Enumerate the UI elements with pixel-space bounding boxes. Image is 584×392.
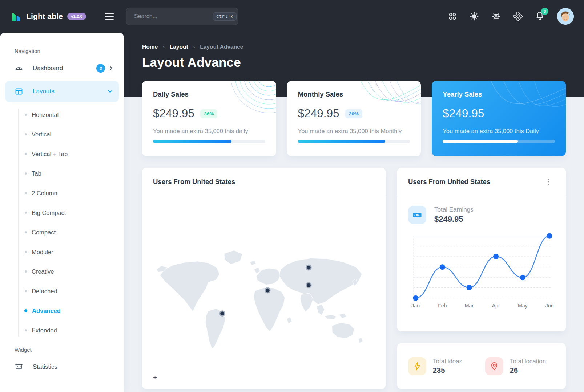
brand[interactable]: Light able v1.2.0 [10,11,101,22]
lightning-icon-box [408,357,426,375]
bullet-dot [25,172,27,175]
notification-count-badge: 3 [541,8,548,15]
map-card-title: Users From United States [153,178,235,186]
svg-text:May: May [518,303,528,309]
map-marker-russia[interactable] [306,265,312,271]
page-title: Layout Advance [142,55,566,70]
map-marker-brazil[interactable] [219,310,225,317]
sidebar-subitem-creative[interactable]: Creative [0,262,124,281]
bullet-dot [25,231,27,233]
earnings-label: Total Earnings [434,206,474,213]
sidebar-subitem-label: Tab [32,170,41,177]
map-zoom-in-button[interactable]: + [153,374,157,381]
search-bar[interactable]: ctrl+k [126,8,238,25]
breadcrumb-layout[interactable]: Layout [170,44,188,50]
hamburger-menu-icon[interactable] [101,8,118,25]
svg-text:Apr: Apr [492,303,500,309]
breadcrumb-separator: › [193,44,195,50]
sidebar-item-label: Statistics [33,363,114,371]
progress-track [298,140,410,143]
sidebar-subitem-tab[interactable]: Tab [0,164,124,183]
bullet-dot [25,251,27,253]
breadcrumb-current: Layout Advance [200,44,243,50]
map-pin-icon-box [485,357,503,375]
breadcrumb-separator: › [163,44,165,50]
card-title: Yearly Sales [443,90,555,98]
theme-sun-icon[interactable] [470,12,479,21]
bullet-dot [24,309,27,312]
integrations-diamonds-icon[interactable] [513,12,523,21]
brand-name: Light able [26,12,63,21]
app-header: Light able v1.2.0 ctrl+k [0,0,584,33]
bullet-dot [25,192,27,194]
percent-badge: 20% [345,109,362,118]
settings-gear-icon[interactable] [491,12,501,21]
stat-label: Total location [510,358,546,365]
version-badge: v1.2.0 [67,13,86,20]
total-ideas-stat: Total ideas 235 [408,357,478,375]
apps-grid-icon[interactable] [448,12,457,21]
sidebar-subitem-compact[interactable]: Compact [0,222,124,242]
kebab-menu-icon[interactable]: ⋮ [543,179,555,185]
sidebar-item-label: Dashboard [33,65,96,72]
search-input[interactable] [134,13,209,20]
notifications-bell[interactable]: 3 [535,11,545,22]
bullet-dot [25,329,27,331]
sidebar: Navigation Dashboard 2 Layouts Horizonta… [0,33,124,392]
sidebar-subitem-vertical[interactable]: Vertical [0,124,124,144]
chevron-right-icon [109,66,114,71]
statistics-board-icon [15,363,23,371]
keyboard-shortcut-hint: ctrl+k [213,12,237,21]
sidebar-subitem-label: Advanced [32,307,61,314]
sidebar-subitem-label: Vertical [32,131,51,138]
layouts-grid-icon [15,87,23,96]
layouts-subnav: Horizontal Vertical Vertical + Tab Tab 2… [0,105,124,340]
sidebar-subitem-label: Big Compact [32,209,66,216]
dashboard-count-badge: 2 [96,64,105,73]
money-icon-box [408,206,426,224]
card-title: Daily Sales [153,90,265,98]
breadcrumb-home[interactable]: Home [142,44,158,50]
user-avatar[interactable] [557,8,574,25]
sidebar-subitem-label: Compact [32,229,56,236]
stat-label: Total ideas [433,358,462,365]
daily-sales-card: Daily Sales $249.95 36% You made an extr… [142,81,276,156]
sidebar-subitem-2-column[interactable]: 2 Column [0,183,124,203]
sidebar-subitem-vertical-tab[interactable]: Vertical + Tab [0,144,124,164]
earnings-line-chart: JanFebMarAprMayJun [408,231,555,310]
sidebar-subitem-advanced[interactable]: Advanced [0,301,124,320]
world-map[interactable]: + [142,196,386,389]
card-title: Monthly Sales [298,90,410,98]
svg-text:Jan: Jan [411,303,420,309]
bullet-dot [25,114,27,116]
sales-amount: $249.95 [153,107,194,120]
bullet-dot [25,270,27,273]
total-location-stat: Total location 26 [485,357,555,375]
map-marker-china[interactable] [306,282,312,289]
sidebar-subitem-big-compact[interactable]: Big Compact [0,203,124,222]
sidebar-item-layouts[interactable]: Layouts [5,81,119,102]
sidebar-subitem-extended[interactable]: Extended [0,320,124,340]
main-content: Home › Layout › Layout Advance Layout Ad… [124,33,584,392]
sales-note: You made an extra 35,000 this Monthly [298,128,410,135]
sidebar-subitem-moduler[interactable]: Moduler [0,242,124,262]
progress-track [153,140,265,143]
sidebar-subitem-label: Detached [32,288,57,295]
sidebar-subitem-label: Extended [32,327,57,334]
bullet-dot [25,212,27,214]
bullet-dot [25,290,27,292]
banknote-icon [412,210,422,220]
svg-text:Feb: Feb [438,303,447,309]
sidebar-item-statistics[interactable]: Statistics [0,356,124,377]
sidebar-subitem-detached[interactable]: Detached [0,281,124,301]
map-marker-egypt[interactable] [265,287,271,294]
sidebar-subitem-label: Horizontal [32,111,59,118]
progress-fill [153,140,231,143]
sidebar-item-dashboard[interactable]: Dashboard 2 [0,58,124,79]
breadcrumb: Home › Layout › Layout Advance [142,44,566,50]
sales-note: You made an extra 35,000 this Daily [443,128,555,135]
monthly-sales-card: Monthly Sales $249.95 20% You made an ex… [287,81,421,156]
svg-text:Jun: Jun [545,303,554,309]
map-pin-icon [490,362,499,371]
sidebar-subitem-horizontal[interactable]: Horizontal [0,105,124,124]
